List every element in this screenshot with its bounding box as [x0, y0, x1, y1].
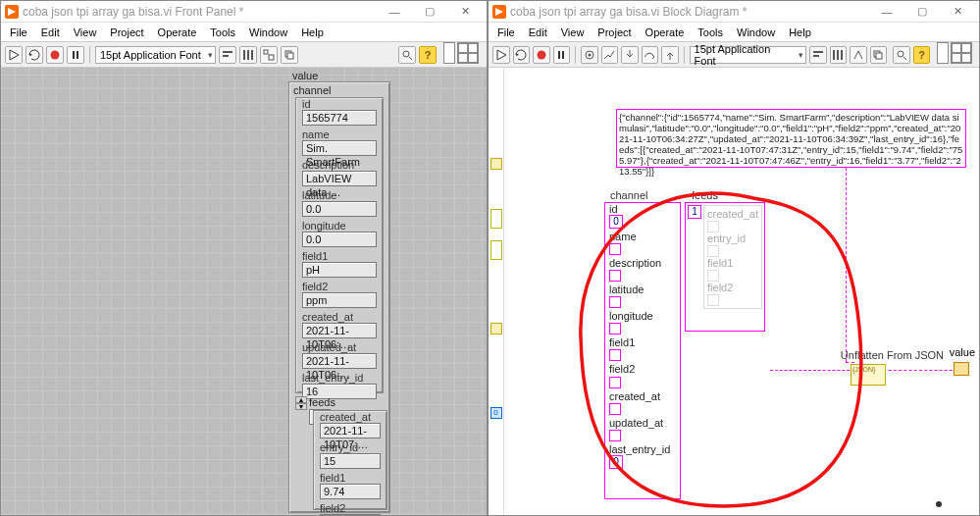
id-value[interactable]: 1565774: [302, 110, 377, 126]
connector-pane[interactable]: [937, 42, 975, 68]
step-over-button[interactable]: [642, 46, 659, 64]
bd-feed-created_at-control[interactable]: [707, 221, 719, 232]
close-button[interactable]: ✕: [447, 3, 483, 21]
menu-edit[interactable]: Edit: [522, 25, 554, 40]
menu-operate[interactable]: Operate: [639, 25, 692, 40]
bd-field2-control[interactable]: [609, 377, 621, 388]
bd-feed-entry_id-control[interactable]: [707, 245, 719, 257]
bd-name-control[interactable]: [609, 243, 621, 255]
feed-field1-value[interactable]: 9.74: [320, 484, 381, 499]
bd-feeds-array[interactable]: 1 created_at entry_id field1 field2: [685, 202, 765, 332]
bd-latitude-control[interactable]: [609, 296, 621, 308]
distribute-button[interactable]: [239, 46, 257, 64]
feeds-index-spinner[interactable]: ▲▼: [295, 396, 307, 410]
svg-rect-15: [558, 51, 560, 59]
bd-id-control[interactable]: 0: [609, 215, 623, 229]
reorder-button[interactable]: [281, 46, 298, 64]
help-button[interactable]: ?: [419, 46, 437, 64]
step-out-button[interactable]: [661, 46, 679, 64]
menu-project[interactable]: Project: [103, 25, 150, 40]
minimize-button[interactable]: —: [377, 3, 412, 21]
field2-value[interactable]: ppm: [302, 292, 377, 308]
created_at-value[interactable]: 2021-11-10T06:…: [302, 323, 377, 338]
bd-updated_at-control[interactable]: [609, 430, 621, 441]
reorder-button[interactable]: [870, 46, 888, 64]
description-value[interactable]: LabVIEW data …: [302, 171, 377, 186]
clipped-node: [490, 158, 502, 170]
bd-field1-control[interactable]: [609, 349, 621, 361]
align-button[interactable]: [219, 46, 236, 64]
name-value[interactable]: Sim. SmartFarm: [302, 140, 377, 156]
bd-feed-field2-control[interactable]: [707, 294, 719, 306]
font-dropdown[interactable]: 15pt Application Font: [690, 46, 807, 64]
unflatten-from-json-node[interactable]: {JSON}: [851, 364, 886, 386]
left-clipped-region: 0: [489, 68, 504, 515]
resize-button[interactable]: [260, 46, 278, 64]
bd-created_at-control[interactable]: [609, 403, 621, 415]
bd-longitude-control[interactable]: [609, 323, 621, 335]
value-cluster[interactable]: channel id 1565774 name Sim. SmartFarm d…: [288, 81, 390, 513]
bd-feed-field1-control[interactable]: [707, 270, 719, 282]
bd-last_entry_id-control[interactable]: 0: [609, 455, 623, 469]
minimize-button[interactable]: —: [869, 3, 904, 21]
latitude-value[interactable]: 0.0: [302, 201, 377, 217]
distribute-button[interactable]: [830, 46, 848, 64]
svg-rect-25: [876, 53, 882, 59]
menu-operate[interactable]: Operate: [151, 25, 204, 40]
menu-window[interactable]: Window: [730, 25, 782, 40]
updated_at-value[interactable]: 2021-11-10T06:…: [302, 353, 377, 369]
json-string-constant[interactable]: {"channel":{"id":1565774,"name":"Sim. Sm…: [616, 109, 966, 168]
field1-value[interactable]: pH: [302, 262, 377, 278]
abort-button[interactable]: [533, 46, 550, 64]
search-button[interactable]: [893, 46, 910, 64]
step-into-button[interactable]: [621, 46, 639, 64]
bd-channel-cluster[interactable]: id0 name description latitude longitude …: [604, 202, 681, 499]
search-button[interactable]: [398, 46, 416, 64]
font-dropdown[interactable]: 15pt Application Font: [95, 46, 216, 64]
feed-entry_id-value[interactable]: 15: [320, 453, 381, 469]
run-cont-button[interactable]: [513, 46, 531, 64]
menu-help[interactable]: Help: [294, 25, 331, 40]
menu-tools[interactable]: Tools: [691, 25, 730, 40]
titlebar-block-diagram[interactable]: coba json tpi array ga bisa.vi Block Dia…: [489, 1, 979, 23]
cleanup-button[interactable]: [850, 46, 867, 64]
titlebar-front-panel[interactable]: coba json tpi array ga bisa.vi Front Pan…: [1, 1, 487, 23]
menu-window[interactable]: Window: [242, 25, 294, 40]
menu-project[interactable]: Project: [591, 25, 638, 40]
svg-rect-6: [247, 50, 249, 60]
connector-pane[interactable]: [443, 42, 483, 68]
feed-field2-value[interactable]: 755.97: [320, 514, 381, 515]
run-cont-button[interactable]: [26, 46, 43, 64]
feeds-element-cluster[interactable]: created_at 2021-11-10T07:… entry_id 15 f…: [313, 410, 387, 510]
menu-tools[interactable]: Tools: [203, 25, 242, 40]
bd-feed-field2: field2: [707, 282, 758, 293]
menu-help[interactable]: Help: [782, 25, 818, 40]
feed-created_at-label: created_at: [320, 411, 381, 423]
retain-wires-button[interactable]: [601, 46, 619, 64]
channel-cluster[interactable]: id 1565774 name Sim. SmartFarm descripti…: [295, 97, 384, 393]
maximize-button[interactable]: ▢: [412, 3, 447, 21]
bd-description-control[interactable]: [609, 270, 621, 282]
pause-button[interactable]: [553, 46, 571, 64]
abort-button[interactable]: [46, 46, 64, 64]
menu-edit[interactable]: Edit: [34, 25, 67, 40]
maximize-button[interactable]: ▢: [904, 3, 940, 21]
bd-feeds-index[interactable]: 1: [688, 205, 701, 219]
feed-created_at-value[interactable]: 2021-11-10T07:…: [320, 423, 381, 439]
block-diagram-window: coba json tpi array ga bisa.vi Block Dia…: [488, 0, 980, 516]
pause-button[interactable]: [67, 46, 84, 64]
run-button[interactable]: [492, 46, 510, 64]
close-button[interactable]: ✕: [940, 3, 975, 21]
menu-file[interactable]: File: [3, 25, 34, 40]
block-diagram-canvas[interactable]: 0 {"channel":{"id":1565774,"name":"Sim. …: [489, 68, 979, 515]
value-terminal[interactable]: [954, 362, 969, 376]
front-panel-canvas[interactable]: value channel id 1565774 name Sim. Smart…: [1, 68, 487, 515]
menu-view[interactable]: View: [67, 25, 104, 40]
highlight-exec-button[interactable]: [581, 46, 598, 64]
longitude-value[interactable]: 0.0: [302, 232, 377, 247]
menu-file[interactable]: File: [490, 25, 522, 40]
help-button[interactable]: ?: [913, 46, 931, 64]
align-button[interactable]: [809, 46, 827, 64]
menu-view[interactable]: View: [554, 25, 592, 40]
run-button[interactable]: [5, 46, 23, 64]
